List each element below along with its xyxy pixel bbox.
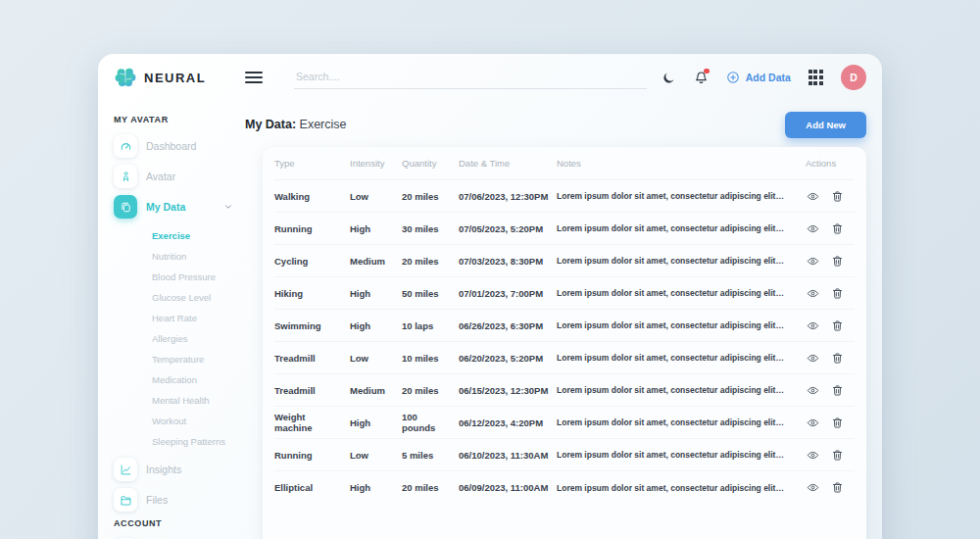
add-data-button[interactable]: Add Data: [726, 71, 791, 84]
cell-actions: [792, 190, 855, 203]
table-row: EllipticalHigh20 miles06/09/2023, 11:00A…: [274, 471, 855, 504]
cell-type: Treadmill: [274, 385, 350, 396]
main-content: My Data: Exercise Add New TypeIntensityQ…: [245, 101, 882, 539]
cell-type: Swimming: [274, 320, 350, 331]
cell-notes: Lorem ipsum dolor sit amet, consectetur …: [557, 417, 792, 427]
sidebar-subitem-medication[interactable]: Medication: [152, 369, 245, 390]
apps-grid-icon[interactable]: [808, 70, 823, 84]
cell-actions: [792, 384, 855, 397]
topbar: NEURAL Add Data: [98, 54, 882, 101]
eye-icon[interactable]: [806, 384, 820, 397]
brand-name: NEURAL: [144, 71, 206, 85]
sidebar-subitem-glucose-level[interactable]: Glucose Level: [152, 287, 245, 308]
sidebar-subitem-heart-rate[interactable]: Heart Rate: [152, 308, 245, 328]
eye-icon[interactable]: [806, 319, 820, 332]
sidebar-item-files[interactable]: Files: [114, 488, 245, 512]
cell-intensity: High: [350, 320, 402, 331]
sidebar-item-label: Insights: [146, 464, 181, 475]
eye-icon[interactable]: [806, 416, 820, 429]
cell-quantity: 20 miles: [402, 385, 459, 396]
data-table-panel: TypeIntensityQuantityDate & TimeNotesAct…: [263, 147, 866, 539]
chevron-down-icon[interactable]: [223, 202, 233, 212]
trash-icon[interactable]: [831, 287, 844, 300]
cell-quantity: 10 laps: [402, 320, 459, 331]
trash-icon[interactable]: [831, 222, 844, 235]
cell-intensity: High: [350, 482, 402, 493]
search-input[interactable]: [294, 67, 647, 89]
column-header-date-time: Date & Time: [459, 158, 557, 169]
menu-toggle-icon[interactable]: [245, 72, 263, 83]
cell-type: Cycling: [274, 256, 350, 267]
notifications-bell-icon[interactable]: [694, 71, 709, 85]
cell-datetime: 07/05/2023, 5:20PM: [459, 223, 557, 234]
sidebar-sublist: ExerciseNutritionBlood PressureGlucose L…: [114, 225, 245, 452]
sidebar-item-dashboard[interactable]: Dashboard: [114, 134, 245, 158]
cell-intensity: High: [350, 417, 402, 428]
column-header-quantity: Quantity: [402, 158, 459, 169]
brand-logo[interactable]: NEURAL: [114, 67, 229, 89]
person-icon: [114, 165, 137, 188]
trash-icon[interactable]: [831, 352, 844, 365]
cell-actions: [792, 319, 855, 332]
layers-icon: [114, 195, 137, 219]
sidebar-subitem-sleeping-patterns[interactable]: Sleeping Patterns: [152, 431, 245, 452]
sidebar-subitem-allergies[interactable]: Allergies: [152, 328, 245, 349]
eye-icon[interactable]: [806, 352, 820, 365]
cell-type: Weight machine: [274, 412, 350, 433]
user-avatar[interactable]: D: [841, 65, 866, 90]
cell-actions: [792, 481, 855, 494]
sidebar-item-my-data[interactable]: My Data: [114, 195, 245, 219]
page-title: My Data: Exercise: [245, 118, 347, 131]
cell-notes: Lorem ipsum dolor sit amet, consectetur …: [557, 256, 792, 266]
cell-intensity: Low: [350, 450, 402, 461]
cell-quantity: 5 miles: [402, 450, 459, 461]
sidebar-section-label: MY AVATAR: [114, 115, 245, 124]
eye-icon[interactable]: [806, 449, 820, 462]
eye-icon[interactable]: [806, 481, 820, 494]
plus-circle-icon: [726, 71, 740, 84]
sidebar-item-avatar[interactable]: Avatar: [114, 165, 245, 188]
trash-icon[interactable]: [831, 449, 844, 462]
cell-datetime: 06/26/2023, 6:30PM: [459, 320, 557, 331]
table-header-row: TypeIntensityQuantityDate & TimeNotesAct…: [274, 147, 855, 180]
cell-datetime: 06/09/2023, 11:00AM: [459, 482, 557, 493]
sidebar-subitem-blood-pressure[interactable]: Blood Pressure: [152, 267, 245, 287]
table-row: TreadmillLow10 miles06/20/2023, 5:20PMLo…: [274, 342, 855, 374]
eye-icon[interactable]: [806, 222, 820, 235]
sidebar-subitem-nutrition[interactable]: Nutrition: [152, 246, 245, 267]
trash-icon[interactable]: [831, 416, 844, 429]
table-row: RunningLow5 miles06/10/2023, 11:30AMLore…: [274, 439, 855, 471]
sidebar-subitem-exercise[interactable]: Exercise: [152, 225, 245, 246]
eye-icon[interactable]: [806, 287, 820, 300]
cell-quantity: 20 miles: [402, 482, 459, 493]
table-row: CyclingMedium20 miles07/03/2023, 8:30PML…: [274, 245, 855, 277]
cell-actions: [792, 287, 855, 300]
table-body: WalkingLow20 miles07/06/2023, 12:30PMLor…: [274, 180, 855, 504]
cell-type: Hiking: [274, 288, 350, 299]
eye-icon[interactable]: [806, 255, 820, 268]
chart-icon: [114, 458, 137, 481]
sidebar-item-label: Dashboard: [146, 140, 196, 152]
add-new-button[interactable]: Add New: [785, 112, 866, 138]
cell-datetime: 07/03/2023, 8:30PM: [459, 256, 557, 267]
trash-icon[interactable]: [831, 319, 844, 332]
trash-icon[interactable]: [831, 384, 844, 397]
sidebar-subitem-temperature[interactable]: Temperature: [152, 349, 245, 369]
eye-icon[interactable]: [806, 190, 820, 203]
sidebar-subitem-workout[interactable]: Workout: [152, 411, 245, 431]
cell-intensity: Low: [350, 191, 402, 202]
sidebar-item-label: Files: [146, 494, 168, 506]
cell-notes: Lorem ipsum dolor sit amet, consectetur …: [557, 223, 792, 233]
sidebar-item-label: Avatar: [146, 171, 175, 182]
cell-datetime: 06/15/2023, 12:30PM: [459, 385, 557, 396]
sidebar-subitem-mental-health[interactable]: Mental Health: [152, 390, 245, 411]
trash-icon[interactable]: [831, 255, 844, 268]
trash-icon[interactable]: [831, 190, 844, 203]
table-row: SwimmingHigh10 laps06/26/2023, 6:30PMLor…: [274, 310, 855, 342]
dark-mode-moon-icon[interactable]: [662, 71, 676, 85]
search-box: [294, 67, 647, 89]
sidebar-item-insights[interactable]: Insights: [114, 458, 245, 481]
cell-quantity: 30 miles: [402, 223, 459, 234]
trash-icon[interactable]: [831, 481, 844, 494]
gauge-icon: [114, 134, 137, 158]
